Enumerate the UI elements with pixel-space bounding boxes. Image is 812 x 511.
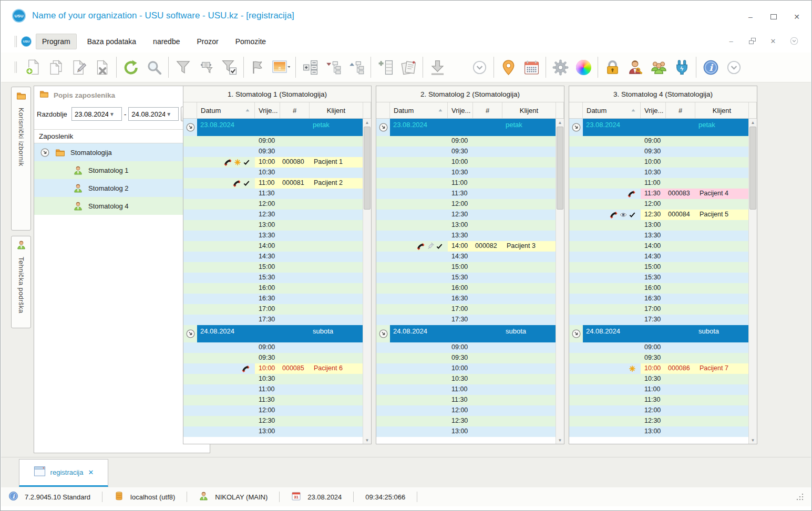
time-slot-row[interactable]: 09:30 (376, 353, 556, 363)
maximize-button[interactable] (768, 13, 779, 21)
time-slot-row[interactable]: 11:30 (569, 395, 748, 405)
appointment-row[interactable]: 10:00000086Pacijent 7 (569, 363, 748, 374)
time-slot-row[interactable]: 13:00 (183, 220, 363, 231)
toolbar-button-expand-groups[interactable] (299, 55, 322, 79)
sidebar-tab-tech-support[interactable]: Tehnička podrška (11, 236, 31, 328)
time-slot-row[interactable]: 16:00 (376, 283, 556, 294)
time-slot-row[interactable]: 09:00 (376, 136, 556, 147)
time-slot-row[interactable]: 10:30 (569, 168, 748, 178)
time-slot-row[interactable]: 16:00 (569, 283, 748, 294)
toolbar-button-info[interactable]: i (699, 55, 722, 79)
column-header-klijent[interactable]: Klijent (310, 102, 363, 118)
toolbar-button-add-column[interactable] (374, 55, 397, 79)
appointment-row[interactable]: 11:30000083Pacijent 4 (569, 189, 748, 199)
toolbar-button-refresh[interactable] (119, 55, 142, 79)
time-slot-row[interactable]: 12:00 (376, 405, 556, 416)
date-band-row[interactable]: 24.08.2024subota (183, 325, 363, 342)
toolbar-button-chevron-circle[interactable] (722, 55, 745, 79)
time-slot-row[interactable]: 17:00 (183, 304, 363, 315)
time-slot-row[interactable]: 15:00 (376, 262, 556, 273)
appointment-row[interactable]: 10:00000080Pacijent 1 (183, 157, 363, 168)
toolbar-button-user-key[interactable] (624, 55, 647, 79)
toolbar-button-filter-columns[interactable] (194, 55, 218, 79)
time-slot-row[interactable]: 16:30 (569, 294, 748, 304)
scroll-down-icon[interactable]: ▼ (749, 436, 757, 444)
time-slot-row[interactable]: 12:30 (183, 416, 363, 426)
time-slot-row[interactable]: 12:00 (376, 199, 556, 210)
column-header-vrije[interactable]: Vrije... (641, 102, 666, 118)
appointment-row[interactable]: 10:00000085Pacijent 6 (183, 363, 363, 374)
scrollbar-thumb[interactable] (557, 127, 563, 210)
time-slot-row[interactable]: 12:30 (183, 210, 363, 220)
time-slot-row[interactable]: 11:30 (183, 395, 363, 405)
column-header-#[interactable]: # (666, 102, 695, 118)
time-slot-row[interactable]: 15:00 (569, 262, 748, 273)
time-slot-row[interactable]: 14:30 (569, 252, 748, 262)
toolbar-button-collapse-tree[interactable] (345, 55, 368, 79)
time-slot-row[interactable]: 15:00 (183, 262, 363, 273)
scroll-up-icon[interactable]: ▲ (363, 119, 371, 126)
column-header-klijent[interactable]: Klijent (502, 102, 556, 118)
toolbar-button-edit-document[interactable] (67, 55, 90, 79)
toolbar-button-chevron-circle[interactable] (468, 55, 491, 79)
menu-item-baza-podataka[interactable]: Baza podataka (81, 34, 142, 49)
toolbar-button-filter[interactable] (171, 55, 194, 79)
toolbar-button-delete-document[interactable] (90, 55, 114, 79)
toolbar-button-reports[interactable] (397, 55, 420, 79)
menu-item-pomozite[interactable]: Pomozite (229, 34, 272, 49)
menu-item-prozor[interactable]: Prozor (190, 34, 224, 49)
scroll-down-icon[interactable]: ▼ (556, 436, 564, 444)
time-slot-row[interactable]: 15:30 (569, 273, 748, 283)
time-slot-row[interactable]: 11:00 (376, 384, 556, 395)
time-slot-row[interactable]: 10:00 (376, 363, 556, 374)
toolbar-button-filter-checked[interactable] (218, 55, 241, 79)
panel-scrollbar[interactable]: ▲▼ (748, 119, 757, 444)
time-slot-row[interactable]: 17:00 (569, 304, 748, 315)
time-slot-row[interactable]: 17:30 (183, 315, 363, 325)
time-slot-row[interactable]: 16:00 (183, 283, 363, 294)
toolbar-button-search[interactable] (142, 55, 166, 79)
scroll-up-icon[interactable]: ▲ (749, 119, 757, 126)
date-from-combo[interactable]: 23.08.2024 ▼ (71, 107, 122, 121)
toolbar-button-users-group[interactable] (647, 55, 670, 79)
panel-scrollbar[interactable]: ▲▼ (556, 119, 564, 444)
time-slot-row[interactable]: 13:00 (376, 426, 556, 437)
time-slot-row[interactable]: 11:30 (376, 395, 556, 405)
column-header-datum[interactable]: Datum (583, 102, 641, 118)
time-slot-row[interactable]: 16:30 (376, 294, 556, 304)
scrollbar-thumb[interactable] (749, 127, 756, 210)
date-band-row[interactable]: 23.08.2024petak (376, 119, 556, 136)
time-slot-row[interactable]: 11:30 (376, 189, 556, 199)
time-slot-row[interactable]: 10:30 (569, 374, 748, 384)
time-slot-row[interactable]: 11:00 (569, 178, 748, 189)
column-header-datum[interactable]: Datum (197, 102, 255, 118)
time-slot-row[interactable]: 16:30 (183, 294, 363, 304)
toolbar-button-settings-gear[interactable] (549, 55, 572, 79)
minimize-button[interactable]: – (745, 13, 756, 21)
scrollbar-thumb[interactable] (364, 127, 371, 210)
time-slot-row[interactable]: 10:00 (376, 157, 556, 168)
time-slot-row[interactable]: 11:00 (376, 178, 556, 189)
panel-scrollbar[interactable]: ▲▼ (363, 119, 371, 444)
time-slot-row[interactable]: 17:00 (376, 304, 556, 315)
mdi-close-button[interactable]: ✕ (769, 37, 777, 45)
time-slot-row[interactable]: 14:00 (183, 241, 363, 252)
time-slot-row[interactable]: 11:00 (183, 384, 363, 395)
menu-item-program[interactable]: Program (36, 34, 77, 49)
time-slot-row[interactable]: 17:30 (376, 315, 556, 325)
toolbar-button-plug[interactable] (670, 55, 693, 79)
toolbar-button-calendar[interactable] (520, 55, 543, 79)
time-slot-row[interactable]: 13:00 (569, 426, 748, 437)
column-header-datum[interactable]: Datum (390, 102, 448, 118)
time-slot-row[interactable]: 13:00 (183, 426, 363, 437)
time-slot-row[interactable]: 14:00 (569, 241, 748, 252)
toolbar-button-image[interactable] (270, 55, 293, 79)
date-band-row[interactable]: 23.08.2024petak (569, 119, 748, 136)
toolbar-button-new-document[interactable] (21, 55, 44, 79)
time-slot-row[interactable]: 09:00 (376, 342, 556, 353)
time-slot-row[interactable]: 13:30 (569, 231, 748, 241)
date-band-row[interactable]: 24.08.2024subota (569, 325, 748, 342)
time-slot-row[interactable]: 11:30 (183, 189, 363, 199)
time-slot-row[interactable]: 17:30 (569, 315, 748, 325)
time-slot-row[interactable]: 14:30 (376, 252, 556, 262)
